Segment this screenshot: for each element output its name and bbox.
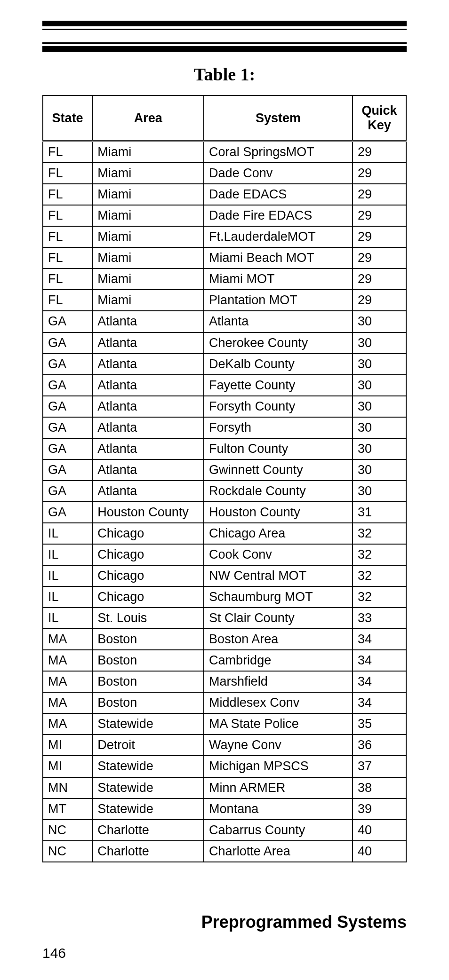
cell-quick-key: 29 [353,269,406,290]
table-row: NCCharlotteCabarrus County40 [43,820,406,841]
cell-quick-key: 34 [353,671,406,692]
rule-thin [42,29,407,30]
cell-area: Boston [92,629,204,650]
table-row: FLMiamiCoral SpringsMOT29 [43,141,406,163]
cell-state: MA [43,629,92,650]
cell-quick-key: 29 [353,247,406,269]
cell-system: Dade Conv [204,163,353,184]
table-row: MABostonMarshfield34 [43,671,406,692]
cell-system: Cook Conv [204,544,353,565]
cell-area: Miami [92,269,204,290]
table-row: ILSt. LouisSt Clair County33 [43,608,406,629]
cell-quick-key: 36 [353,735,406,756]
table-row: GAAtlantaForsyth County30 [43,396,406,417]
cell-state: FL [43,163,92,184]
cell-quick-key: 34 [353,692,406,713]
cell-area: Chicago [92,586,204,608]
cell-state: IL [43,586,92,608]
rule-thick [42,46,407,52]
cell-quick-key: 35 [353,713,406,735]
data-table: State Area System Quick Key FLMiamiCoral… [42,95,407,862]
table-row: MABostonBoston Area34 [43,629,406,650]
cell-system: Forsyth [204,417,353,438]
cell-system: Rockdale County [204,481,353,502]
cell-area: Atlanta [92,459,204,481]
cell-state: IL [43,523,92,544]
cell-area: Miami [92,141,204,163]
table-row: GAHouston CountyHouston County31 [43,502,406,523]
cell-system: Wayne Conv [204,735,353,756]
cell-state: GA [43,438,92,459]
top-rule-2 [42,42,407,52]
cell-quick-key: 30 [353,332,406,354]
cell-area: Atlanta [92,438,204,459]
table-row: GAAtlantaForsyth30 [43,417,406,438]
table-body: FLMiamiCoral SpringsMOT29FLMiamiDade Con… [43,141,406,862]
cell-quick-key: 34 [353,629,406,650]
table-title: Table 1: [42,64,407,85]
cell-state: MA [43,650,92,671]
cell-state: FL [43,290,92,311]
cell-quick-key: 37 [353,756,406,777]
cell-area: Charlotte [92,841,204,862]
cell-state: MA [43,713,92,735]
cell-state: NC [43,841,92,862]
cell-quick-key: 39 [353,798,406,820]
cell-area: Atlanta [92,311,204,332]
cell-state: MN [43,777,92,798]
cell-system: Minn ARMER [204,777,353,798]
cell-quick-key: 32 [353,586,406,608]
cell-system: Michigan MPSCS [204,756,353,777]
table-row: FLMiamiMiami MOT29 [43,269,406,290]
cell-system: Cambridge [204,650,353,671]
cell-state: MI [43,735,92,756]
cell-system: Plantation MOT [204,290,353,311]
cell-area: Miami [92,163,204,184]
cell-quick-key: 30 [353,459,406,481]
cell-state: IL [43,544,92,565]
cell-system: Charlotte Area [204,841,353,862]
table-row: MABostonCambridge34 [43,650,406,671]
page-number: 146 [42,945,407,961]
table-row: NCCharlotteCharlotte Area40 [43,841,406,862]
table-row: MABostonMiddlesex Conv34 [43,692,406,713]
cell-area: Atlanta [92,481,204,502]
cell-area: Atlanta [92,332,204,354]
cell-area: Detroit [92,735,204,756]
table-row: GAAtlantaGwinnett County30 [43,459,406,481]
cell-state: FL [43,269,92,290]
cell-quick-key: 33 [353,608,406,629]
section-title: Preprogrammed Systems [42,912,407,932]
cell-quick-key: 29 [353,205,406,226]
cell-system: Fayette County [204,375,353,396]
cell-system: Dade EDACS [204,184,353,205]
table-row: GAAtlantaAtlanta30 [43,311,406,332]
cell-quick-key: 38 [353,777,406,798]
page-footer: Preprogrammed Systems 146 [42,912,407,961]
table-row: FLMiamiFt.LauderdaleMOT29 [43,226,406,247]
cell-area: Atlanta [92,354,204,375]
cell-quick-key: 29 [353,184,406,205]
cell-system: Cabarrus County [204,820,353,841]
document-page: Table 1: State Area System Quick Key FLM… [0,0,449,980]
cell-state: FL [43,205,92,226]
cell-state: MA [43,692,92,713]
cell-area: Miami [92,184,204,205]
cell-state: FL [43,184,92,205]
table-row: MTStatewideMontana39 [43,798,406,820]
cell-quick-key: 32 [353,565,406,586]
table-row: GAAtlantaDeKalb County30 [43,354,406,375]
cell-area: Chicago [92,523,204,544]
cell-area: Boston [92,692,204,713]
cell-state: GA [43,396,92,417]
cell-quick-key: 40 [353,820,406,841]
cell-system: Cherokee County [204,332,353,354]
table-row: MAStatewideMA State Police35 [43,713,406,735]
cell-area: Houston County [92,502,204,523]
table-row: ILChicagoCook Conv32 [43,544,406,565]
cell-quick-key: 32 [353,544,406,565]
cell-quick-key: 30 [353,417,406,438]
cell-area: Statewide [92,777,204,798]
table-header-row: State Area System Quick Key [43,95,406,141]
cell-quick-key: 40 [353,841,406,862]
